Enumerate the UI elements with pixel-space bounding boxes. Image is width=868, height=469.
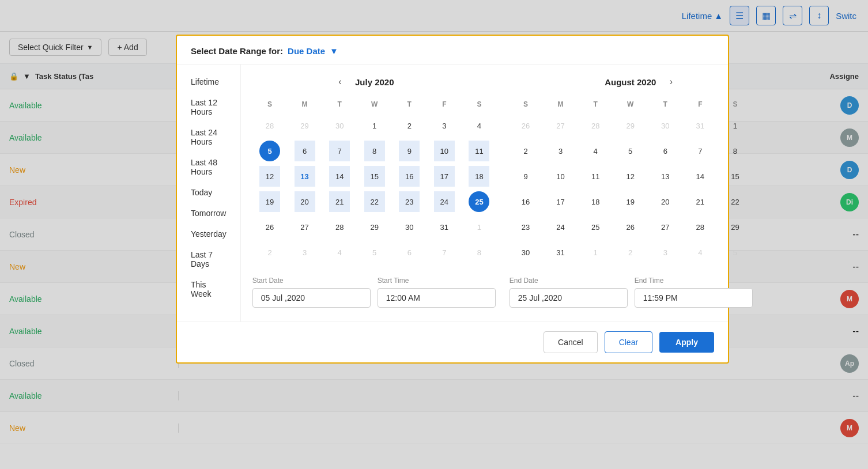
- day-cell[interactable]: 6: [295, 141, 315, 161]
- day-cell[interactable]: 19: [259, 191, 280, 212]
- day-cell[interactable]: 7: [329, 141, 350, 161]
- day-cell[interactable]: 27: [655, 217, 675, 237]
- day-cell: 4: [329, 242, 350, 263]
- day-cell[interactable]: 23: [399, 191, 420, 212]
- day-cell[interactable]: 30: [515, 242, 536, 263]
- day-cell[interactable]: 17: [434, 166, 455, 187]
- cancel-button[interactable]: Cancel: [544, 331, 598, 353]
- day-cell[interactable]: 13: [655, 166, 675, 187]
- prev-month-button[interactable]: ‹: [332, 74, 348, 90]
- day-cell[interactable]: 9: [515, 166, 536, 187]
- day-cell[interactable]: 2: [515, 141, 536, 161]
- day-cell: 4: [690, 242, 711, 263]
- cal-week: 28 29 30 1 2 3 4: [252, 113, 497, 138]
- preset-yesterday[interactable]: Yesterday: [177, 224, 240, 244]
- day-cell[interactable]: 1: [724, 115, 745, 136]
- day-cell[interactable]: 28: [329, 217, 350, 237]
- dow-s: S: [508, 98, 544, 113]
- day-cell[interactable]: 8: [724, 141, 745, 161]
- day-cell[interactable]: 31: [550, 242, 571, 263]
- day-cell[interactable]: 18: [469, 166, 489, 187]
- preset-tomorrow[interactable]: Tomorrow: [177, 203, 240, 224]
- preset-last7days[interactable]: Last 7 Days: [177, 244, 240, 274]
- start-date-label: Start Date: [252, 277, 371, 285]
- start-date-input[interactable]: [252, 288, 371, 308]
- day-cell[interactable]: 3: [550, 141, 571, 161]
- day-cell: 28: [585, 115, 606, 136]
- day-cell[interactable]: 19: [620, 191, 641, 212]
- day-cell[interactable]: 30: [399, 217, 420, 237]
- dow-m: M: [543, 98, 578, 113]
- date-range-modal: Select Date Range for: Due Date ▼ Lifeti…: [176, 35, 729, 364]
- day-cell[interactable]: 6: [655, 141, 675, 161]
- day-cell[interactable]: 4: [469, 115, 489, 136]
- day-cell[interactable]: 23: [515, 217, 536, 237]
- preset-thisweek[interactable]: This Week: [177, 274, 240, 304]
- day-cell[interactable]: 11: [469, 141, 489, 161]
- day-cell[interactable]: 22: [364, 191, 385, 212]
- day-cell[interactable]: 2: [399, 115, 420, 136]
- day-cell[interactable]: 4: [585, 141, 606, 161]
- day-cell[interactable]: 29: [724, 217, 745, 237]
- day-cell[interactable]: 24: [550, 217, 571, 237]
- day-cell[interactable]: 16: [515, 191, 536, 212]
- day-cell[interactable]: 18: [585, 191, 606, 212]
- day-cell[interactable]: 21: [329, 191, 350, 212]
- next-month-button[interactable]: ›: [663, 74, 679, 90]
- preset-last12h[interactable]: Last 12 Hours: [177, 92, 240, 122]
- day-cell: 7: [434, 242, 455, 263]
- dow-m: M: [287, 98, 322, 113]
- modal-footer: Cancel Clear Apply: [177, 322, 728, 362]
- day-cell[interactable]: 9: [399, 141, 420, 161]
- day-cell[interactable]: 15: [364, 166, 385, 187]
- preset-last48h[interactable]: Last 48 Hours: [177, 152, 240, 182]
- preset-lifetime[interactable]: Lifetime: [177, 71, 240, 92]
- clear-button[interactable]: Clear: [605, 331, 652, 353]
- day-cell[interactable]: 14: [690, 166, 711, 187]
- day-cell[interactable]: 14: [329, 166, 350, 187]
- day-cell[interactable]: 27: [295, 217, 315, 237]
- day-cell[interactable]: 1: [364, 115, 385, 136]
- day-cell[interactable]: 26: [259, 217, 280, 237]
- day-cell[interactable]: 12: [259, 166, 280, 187]
- day-cell-13[interactable]: 13: [295, 166, 315, 187]
- day-cell[interactable]: 3: [434, 115, 455, 136]
- field-dropdown-icon[interactable]: ▼: [330, 46, 338, 56]
- day-cell: 28: [259, 115, 280, 136]
- end-time-input[interactable]: [635, 288, 753, 308]
- day-cell[interactable]: 25: [585, 217, 606, 237]
- dow-f: F: [683, 98, 718, 113]
- day-cell[interactable]: 20: [295, 191, 315, 212]
- start-time-input[interactable]: [378, 288, 496, 308]
- start-date-group: Start Date: [252, 277, 371, 308]
- day-cell[interactable]: 24: [434, 191, 455, 212]
- day-cell[interactable]: 10: [550, 166, 571, 187]
- apply-button[interactable]: Apply: [659, 332, 714, 353]
- preset-today[interactable]: Today: [177, 182, 240, 203]
- day-cell[interactable]: 26: [620, 217, 641, 237]
- end-date-group: End Date: [510, 277, 628, 308]
- day-cell[interactable]: 5: [620, 141, 641, 161]
- day-cell[interactable]: 7: [690, 141, 711, 161]
- day-cell[interactable]: 11: [585, 166, 606, 187]
- day-cell[interactable]: 31: [434, 217, 455, 237]
- day-cell[interactable]: 28: [690, 217, 711, 237]
- cal-week: 5 6 7 8 9 10 11: [252, 138, 497, 164]
- day-cell-5[interactable]: 5: [259, 141, 280, 161]
- day-cell[interactable]: 29: [364, 217, 385, 237]
- day-cell[interactable]: 8: [364, 141, 385, 161]
- cal-week: 23 24 25 26 27 28 29: [508, 214, 753, 240]
- day-cell[interactable]: 15: [724, 166, 745, 187]
- day-cell-25[interactable]: 25: [469, 191, 489, 212]
- calendars-row: ‹ July 2020 › S M T W T F: [252, 74, 753, 265]
- day-cell[interactable]: 22: [724, 191, 745, 212]
- end-date-input[interactable]: [510, 288, 628, 308]
- day-cell[interactable]: 16: [399, 166, 420, 187]
- day-cell[interactable]: 10: [434, 141, 455, 161]
- preset-last24h[interactable]: Last 24 Hours: [177, 122, 240, 152]
- day-cell[interactable]: 17: [550, 191, 571, 212]
- day-cell[interactable]: 12: [620, 166, 641, 187]
- day-cell[interactable]: 20: [655, 191, 675, 212]
- dow-w: W: [613, 98, 648, 113]
- day-cell[interactable]: 21: [690, 191, 711, 212]
